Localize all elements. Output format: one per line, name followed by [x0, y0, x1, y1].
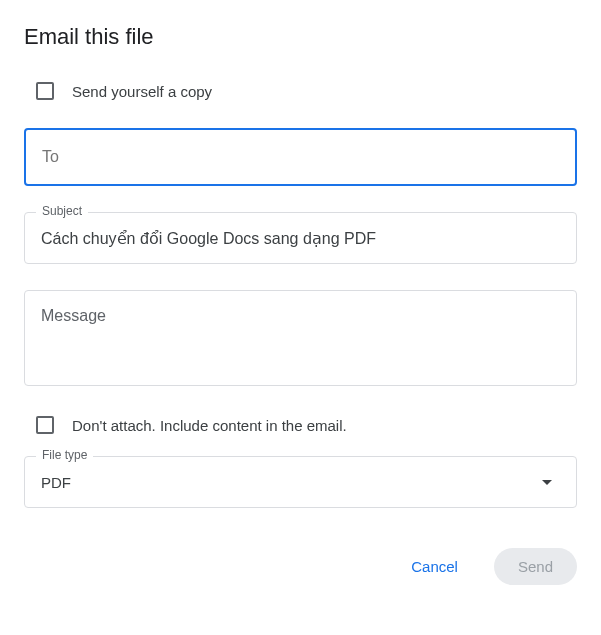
message-field-wrapper [24, 290, 577, 390]
send-copy-checkbox[interactable] [36, 82, 54, 100]
filetype-value: PDF [41, 474, 71, 491]
filetype-wrapper: File type PDF [24, 456, 577, 508]
send-copy-label: Send yourself a copy [72, 83, 212, 100]
subject-input[interactable] [24, 212, 577, 264]
dialog-title: Email this file [24, 24, 577, 50]
message-input[interactable] [24, 290, 577, 386]
filetype-label: File type [36, 448, 93, 462]
send-copy-row: Send yourself a copy [36, 82, 577, 100]
dialog-actions: Cancel Send [24, 548, 577, 585]
to-input[interactable] [24, 128, 577, 186]
filetype-select[interactable]: PDF [24, 456, 577, 508]
dont-attach-label: Don't attach. Include content in the ema… [72, 417, 347, 434]
subject-label: Subject [36, 204, 88, 218]
chevron-down-icon [542, 480, 552, 485]
cancel-button[interactable]: Cancel [387, 548, 482, 585]
to-field-wrapper [24, 128, 577, 186]
send-button[interactable]: Send [494, 548, 577, 585]
subject-field-wrapper: Subject [24, 212, 577, 264]
dont-attach-checkbox[interactable] [36, 416, 54, 434]
dont-attach-row: Don't attach. Include content in the ema… [36, 416, 577, 434]
